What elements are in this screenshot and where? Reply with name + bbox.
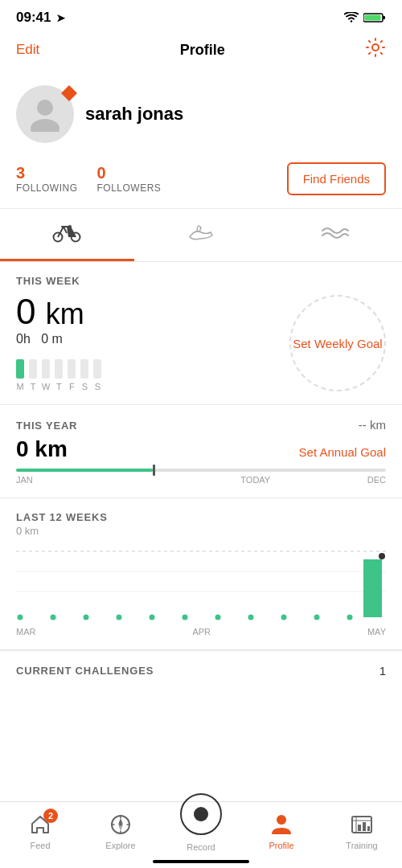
header: Edit Profile bbox=[0, 31, 402, 72]
bar-friday bbox=[68, 359, 76, 379]
svg-rect-35 bbox=[367, 826, 370, 831]
nav-explore-label: Explore bbox=[105, 841, 135, 850]
activity-tabs bbox=[0, 209, 402, 261]
svg-point-3 bbox=[372, 44, 379, 51]
status-bar: 09:41 ➤ bbox=[0, 0, 402, 31]
chart-svg bbox=[16, 543, 386, 624]
svg-point-16 bbox=[150, 615, 155, 620]
settings-icon[interactable] bbox=[365, 37, 386, 63]
svg-point-19 bbox=[248, 615, 254, 620]
chart-label-apr: APR bbox=[192, 627, 211, 637]
last12-label: LAST 12 WEEKS bbox=[16, 511, 386, 523]
bar-sunday bbox=[93, 359, 101, 379]
edit-button[interactable]: Edit bbox=[16, 42, 39, 58]
year-km-placeholder: -- km bbox=[359, 418, 386, 432]
chart-icon bbox=[351, 813, 373, 836]
week-time: 0h 0 m bbox=[16, 332, 101, 346]
current-challenges[interactable]: CURRENT CHALLENGES 1 bbox=[0, 650, 402, 690]
chart-label-may: MAY bbox=[367, 627, 386, 637]
nav-training-icon-wrap bbox=[349, 812, 375, 837]
last12-chart bbox=[16, 543, 386, 624]
svg-point-29 bbox=[277, 815, 286, 825]
person-icon bbox=[271, 813, 292, 836]
nav-record-label: Record bbox=[187, 842, 215, 852]
year-progress bbox=[16, 469, 386, 472]
battery-icon bbox=[363, 12, 386, 23]
followers-label: FOLLOWERS bbox=[97, 182, 162, 194]
svg-point-12 bbox=[18, 615, 23, 620]
followers-stat: 0 FOLLOWERS bbox=[97, 164, 162, 194]
swim-icon bbox=[321, 223, 350, 245]
svg-point-8 bbox=[68, 225, 72, 228]
progress-track bbox=[16, 469, 386, 472]
svg-point-5 bbox=[31, 119, 59, 132]
weekly-goal-circle[interactable]: Set Weekly Goal bbox=[289, 295, 386, 391]
challenges-count: 1 bbox=[379, 664, 386, 678]
svg-rect-1 bbox=[383, 16, 385, 19]
tab-bike[interactable] bbox=[0, 209, 134, 261]
home-indicator bbox=[153, 860, 249, 863]
svg-point-4 bbox=[37, 100, 53, 116]
find-friends-button[interactable]: Find Friends bbox=[287, 162, 386, 195]
bar-wednesday bbox=[42, 359, 50, 379]
svg-point-24 bbox=[379, 553, 385, 559]
svg-point-15 bbox=[117, 615, 122, 620]
svg-point-14 bbox=[84, 615, 89, 620]
progress-label-dec: DEC bbox=[367, 475, 386, 485]
nav-profile[interactable]: Profile bbox=[253, 812, 310, 850]
bar-saturday bbox=[80, 359, 88, 379]
progress-fill bbox=[16, 469, 153, 472]
nav-feed[interactable]: 2 Feed bbox=[12, 812, 68, 850]
following-count: 3 bbox=[16, 164, 78, 182]
svg-point-17 bbox=[183, 615, 188, 620]
nav-record[interactable]: Record bbox=[173, 810, 229, 852]
shoe-icon bbox=[188, 221, 214, 247]
svg-point-18 bbox=[215, 615, 221, 620]
this-year-section: THIS YEAR -- km 0 km Set Annual Goal JAN… bbox=[0, 405, 402, 497]
following-stat: 3 FOLLOWING bbox=[16, 164, 78, 194]
bar-thursday bbox=[55, 359, 63, 379]
nav-explore[interactable]: Explore bbox=[92, 812, 149, 850]
wifi-icon bbox=[344, 12, 359, 23]
tab-swim[interactable] bbox=[268, 209, 402, 261]
year-distance: 0 km bbox=[16, 436, 68, 462]
following-label: FOLLOWING bbox=[16, 182, 78, 194]
status-time: 09:41 ➤ bbox=[16, 10, 65, 26]
nav-training-label: Training bbox=[346, 841, 377, 850]
progress-marker bbox=[153, 465, 155, 476]
compass-icon bbox=[109, 813, 132, 836]
record-button[interactable] bbox=[180, 793, 222, 835]
week-bars: M T W T F bbox=[16, 359, 101, 391]
set-weekly-goal[interactable]: Set Weekly Goal bbox=[293, 337, 382, 350]
status-icons bbox=[344, 12, 386, 23]
last12-section: LAST 12 WEEKS 0 km MAR APR bbox=[0, 498, 402, 649]
set-annual-goal[interactable]: Set Annual Goal bbox=[299, 445, 386, 459]
feed-badge: 2 bbox=[43, 809, 58, 823]
stats-row: 3 FOLLOWING 0 FOLLOWERS Find Friends bbox=[0, 156, 402, 208]
progress-label-jan: JAN bbox=[16, 475, 33, 485]
svg-marker-23 bbox=[363, 559, 382, 617]
nav-feed-icon-wrap: 2 bbox=[27, 812, 53, 837]
svg-rect-34 bbox=[363, 822, 366, 831]
profile-section: sarah jonas bbox=[0, 72, 402, 156]
nav-training[interactable]: Training bbox=[334, 812, 390, 850]
avatar bbox=[16, 85, 74, 143]
tab-run[interactable] bbox=[134, 209, 269, 261]
svg-point-13 bbox=[51, 615, 56, 620]
this-year-label: THIS YEAR bbox=[16, 420, 77, 432]
nav-profile-label: Profile bbox=[269, 841, 293, 850]
nav-explore-icon-wrap bbox=[108, 812, 133, 837]
progress-label-today: TODAY bbox=[240, 475, 270, 485]
record-inner bbox=[194, 807, 208, 821]
svg-point-21 bbox=[314, 615, 320, 620]
this-week-section: THIS WEEK 0 km 0h 0 m M T W bbox=[0, 262, 402, 404]
progress-labels: JAN TODAY DEC bbox=[16, 475, 386, 485]
bottom-spacer bbox=[0, 690, 402, 771]
chart-label-mar: MAR bbox=[16, 627, 35, 637]
followers-count: 0 bbox=[97, 164, 162, 182]
week-distance: 0 km bbox=[16, 292, 101, 332]
last12-km: 0 km bbox=[16, 525, 386, 537]
bike-icon bbox=[52, 220, 81, 248]
svg-rect-33 bbox=[358, 825, 361, 831]
page-title: Profile bbox=[180, 42, 225, 59]
